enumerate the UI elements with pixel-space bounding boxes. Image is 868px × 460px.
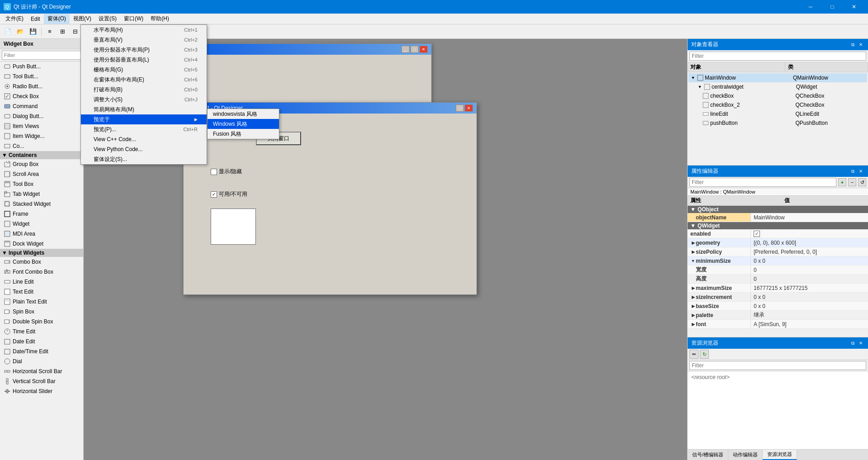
property-row-height[interactable]: 高度 0 [688, 275, 868, 284]
object-inspector-filter[interactable] [689, 52, 866, 61]
prop-value-sizeincrement[interactable]: 0 x 0 [751, 294, 868, 300]
tree-row-mainwindow[interactable]: ▼ MainWindow QMainWindow [689, 73, 867, 82]
sizeincrement-expand[interactable]: ▶ [690, 294, 696, 300]
main-window-maximize[interactable]: □ [410, 46, 419, 53]
list-item[interactable]: Dialog Butt... [0, 111, 83, 121]
widget-box-filter-input[interactable] [2, 51, 81, 60]
prop-value-height[interactable]: 0 [751, 276, 868, 282]
prop-value-sizepolicy[interactable]: [Preferred, Preferred, 0, 0] [751, 249, 868, 255]
list-item[interactable]: Plain Text Edit [0, 297, 83, 307]
dialog-maximize[interactable]: □ [456, 104, 464, 112]
list-item[interactable]: A Font Combo Box [0, 267, 83, 277]
list-item[interactable]: Scroll Area [0, 169, 83, 179]
list-item[interactable]: Command [0, 101, 83, 111]
toolbar-btn4[interactable]: ⊟ [69, 26, 81, 38]
containers-category[interactable]: ▼ Containers [0, 151, 83, 159]
prop-value-width[interactable]: 0 [751, 267, 868, 273]
menu-item-resize[interactable]: 调整大小(S) Ctrl+J [81, 95, 207, 104]
list-item[interactable]: Co... [0, 141, 83, 151]
remove-property-button[interactable]: − [848, 178, 856, 186]
property-editor-close[interactable]: ✕ [857, 168, 864, 175]
list-item[interactable]: Dock Widget [0, 239, 83, 249]
menu-item-view-python[interactable]: View Python Code... [81, 144, 207, 154]
menu-file[interactable]: 文件(E) [2, 14, 27, 24]
menu-item-grid[interactable]: 栅格布局(G) Ctrl+5 [81, 65, 207, 75]
menu-item-hsplit[interactable]: 使用分裂器水平布局(P) Ctrl+3 [81, 45, 207, 55]
menu-item-vsplit[interactable]: 使用分裂器垂直布局(L) Ctrl+4 [81, 55, 207, 65]
property-filter-input[interactable] [689, 178, 836, 187]
list-item[interactable]: Tool Box [0, 179, 83, 189]
submenu-windows[interactable]: Windows 风格 [208, 119, 279, 129]
list-item[interactable]: Tab Widget [0, 189, 83, 199]
list-item[interactable]: Date Edit [0, 337, 83, 346]
expand-mainwindow[interactable]: ▼ [690, 75, 696, 81]
tree-row-checkbox2[interactable]: checkBox_2 QCheckBox [689, 100, 867, 109]
menu-item-preview[interactable]: 预览(P)... Ctrl+R [81, 124, 207, 134]
list-item[interactable]: Dial [0, 356, 83, 366]
tree-row-checkbox[interactable]: checkBox QCheckBox [689, 91, 867, 100]
reset-property-button[interactable]: ↺ [858, 178, 866, 186]
list-item[interactable]: GB Group Box [0, 159, 83, 169]
list-item[interactable]: Item Views [0, 121, 83, 131]
property-row-maximumsize[interactable]: ▶ maximumSize 16777215 x 16777215 [688, 284, 868, 293]
menu-item-form-layout[interactable]: 在窗体布局中布局(E) Ctrl+6 [81, 75, 207, 85]
tab-action-editor[interactable]: 动作编辑器 [728, 450, 763, 460]
resource-refresh-button[interactable]: ↻ [700, 350, 709, 359]
tree-row-lineedit[interactable]: lineEdit QLineEdit [689, 109, 867, 119]
submenu-windowsvista[interactable]: windowsvista 风格 [208, 109, 279, 119]
object-inspector-close[interactable]: ✕ [857, 41, 864, 48]
list-item[interactable]: Frame [0, 209, 83, 219]
font-expand[interactable]: ▶ [690, 322, 696, 327]
list-item[interactable]: Widget [0, 219, 83, 229]
property-row-geometry[interactable]: ▶ geometry [(0, 0), 800 x 600] [688, 238, 868, 247]
toolbar-btn3[interactable]: ⊞ [57, 26, 68, 38]
prop-value-palette[interactable]: 继承 [751, 311, 868, 319]
list-item[interactable]: Stacked Widget [0, 199, 83, 209]
resource-pencil-button[interactable]: ✏ [689, 350, 698, 359]
list-item[interactable]: Tool Butt... [0, 71, 83, 81]
enabled-checkbox[interactable]: ✓ [754, 231, 760, 237]
list-item[interactable]: Text Edit [0, 287, 83, 297]
prop-value-enabled[interactable]: ✓ [751, 231, 868, 237]
list-item[interactable]: MDI Area [0, 229, 83, 239]
toolbar-open[interactable]: 📂 [14, 26, 26, 38]
main-window-minimize[interactable]: _ [401, 46, 410, 53]
submenu-fusion[interactable]: Fusion 风格 [208, 129, 279, 139]
list-item[interactable]: Item Widge... [0, 131, 83, 141]
prop-value-basesize[interactable]: 0 x 0 [751, 303, 868, 309]
checkbox1-box[interactable] [211, 169, 217, 175]
menu-item-simple-grid[interactable]: 简易网格布局(M) [81, 104, 207, 114]
maximize-button[interactable]: □ [822, 0, 843, 14]
property-row-basesize[interactable]: ▶ baseSize 0 x 0 [688, 302, 868, 311]
property-row-sizepolicy[interactable]: ▶ sizePolicy [Preferred, Preferred, 0, 0… [688, 247, 868, 256]
property-row-width[interactable]: 宽度 0 [688, 266, 868, 275]
menu-help[interactable]: 帮助(H) [147, 14, 173, 24]
qwidget-section[interactable]: ▼ QWidget [688, 222, 868, 229]
list-item[interactable]: ✓ Check Box [0, 91, 83, 101]
close-button[interactable]: ✕ [844, 0, 864, 14]
menu-item-view-cpp[interactable]: View C++ Code... [81, 134, 207, 144]
menu-item-break[interactable]: 打破布局(B) Ctrl+0 [81, 85, 207, 95]
tab-resource-browser[interactable]: 资源浏览器 [763, 450, 797, 460]
menu-window[interactable]: 窗口(W) [120, 14, 147, 24]
list-item[interactable]: Spin Box [0, 307, 83, 317]
qobject-section[interactable]: ▼ QObject [688, 206, 868, 213]
property-row-font[interactable]: ▶ font A [SimSun, 9] [688, 320, 868, 329]
list-item[interactable]: Combo Box [0, 257, 83, 267]
input-widgets-category[interactable]: ▼ Input Widgets [0, 249, 83, 257]
property-row-objectname[interactable]: objectName MainWindow [688, 213, 868, 222]
minimize-button[interactable]: ─ [800, 0, 821, 14]
toolbar-new[interactable]: 📄 [2, 26, 14, 38]
maximumsize-expand[interactable]: ▶ [690, 285, 696, 291]
toolbar-save[interactable]: 💾 [27, 26, 39, 38]
prop-value-minimumsize[interactable]: 0 x 0 [751, 258, 868, 264]
resource-browser-filter[interactable] [689, 361, 866, 370]
list-item[interactable]: Double Spin Box [0, 317, 83, 327]
property-editor-float[interactable]: ⧉ [849, 168, 856, 175]
menu-item-vlayout[interactable]: 垂直布局(V) Ctrl+2 [81, 35, 207, 45]
minimumsize-expand[interactable]: ▼ [690, 258, 696, 264]
list-item[interactable]: Horizontal Slider [0, 386, 83, 396]
property-row-minimumsize[interactable]: ▼ minimumSize 0 x 0 [688, 256, 868, 266]
menu-item-preview-in[interactable]: 预览于 ▶ [81, 114, 207, 124]
resource-browser-close[interactable]: ✕ [857, 340, 864, 347]
